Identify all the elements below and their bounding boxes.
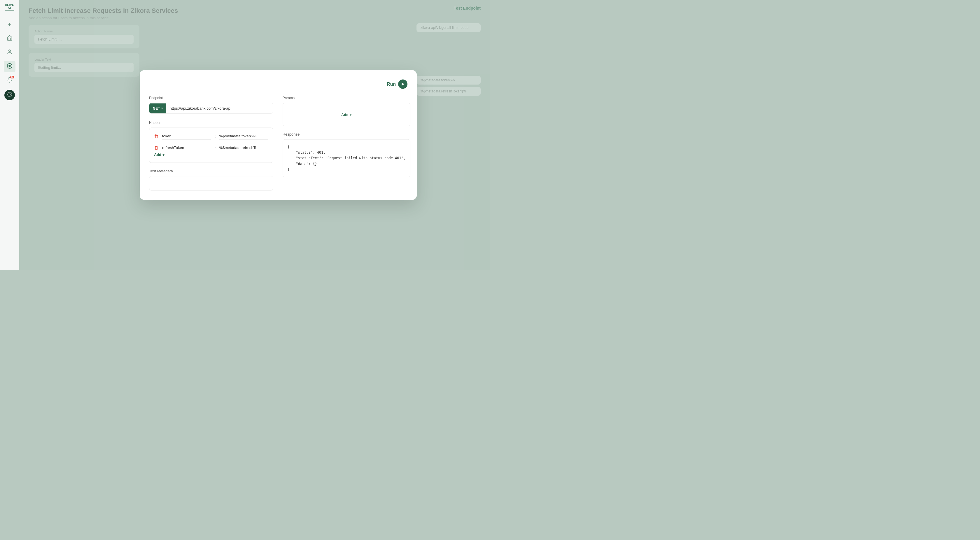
sidebar-settings-icon[interactable] <box>5 90 15 100</box>
response-label: Response <box>283 132 410 137</box>
method-label: GET <box>153 106 160 110</box>
test-metadata-label: Test Metadata <box>149 169 273 173</box>
logo-text: CLIVE <box>5 3 14 6</box>
sidebar-circle-icon[interactable] <box>4 60 16 72</box>
test-endpoint-modal: Run Endpoint GET ▾ Header <box>140 70 417 200</box>
svg-marker-4 <box>402 83 404 86</box>
logo-subtext: AI <box>8 6 11 10</box>
endpoint-label: Endpoint <box>149 96 273 100</box>
header-value-1-input[interactable] <box>220 133 268 140</box>
chevron-down-icon: ▾ <box>161 107 163 110</box>
svg-point-0 <box>8 49 11 52</box>
modal-right-column: Params Add + Response { "status": 401, "… <box>283 96 410 191</box>
header-key-2-input[interactable] <box>162 145 211 151</box>
delete-refresh-icon[interactable]: 🗑 <box>154 145 159 151</box>
endpoint-row: GET ▾ <box>149 103 273 114</box>
test-metadata-box[interactable] <box>149 176 273 191</box>
response-json: { "status": 401, "statusText": "Request … <box>288 145 406 172</box>
endpoint-url-input[interactable] <box>166 103 273 113</box>
header-value-2-input[interactable] <box>220 145 268 151</box>
plus-icon: + <box>8 22 11 28</box>
modal-header: Run <box>149 79 407 89</box>
home-icon <box>7 35 13 42</box>
sidebar-notification-icon[interactable]: 24 <box>4 75 16 86</box>
add-header-button[interactable]: Add + <box>154 151 164 158</box>
run-button[interactable]: Run <box>387 79 407 89</box>
header-section-label: Header <box>149 121 273 125</box>
run-label: Run <box>387 82 396 87</box>
modal-left-column: Endpoint GET ▾ Header 🗑 : 🗑 <box>149 96 273 191</box>
response-box: { "status": 401, "statusText": "Request … <box>283 140 410 177</box>
logo-line <box>5 10 14 11</box>
sidebar-home-icon[interactable] <box>4 33 16 44</box>
svg-point-2 <box>8 65 11 67</box>
svg-point-3 <box>9 94 10 95</box>
header-key-1-input[interactable] <box>162 133 211 140</box>
header-row-1: 🗑 : <box>154 133 268 140</box>
run-play-icon <box>398 79 407 89</box>
gear-icon <box>7 92 12 98</box>
delete-token-icon[interactable]: 🗑 <box>154 133 159 139</box>
modal-body: Endpoint GET ▾ Header 🗑 : 🗑 <box>149 96 407 191</box>
colon-2: : <box>215 146 216 150</box>
colon-1: : <box>215 134 216 138</box>
method-button[interactable]: GET ▾ <box>150 103 166 113</box>
sidebar-user-icon[interactable] <box>4 47 16 58</box>
header-section: 🗑 : 🗑 : Add + <box>149 128 273 163</box>
circle-dot-icon <box>6 63 13 71</box>
person-icon <box>7 49 13 56</box>
sidebar: CLIVE AI + <box>0 0 19 270</box>
params-box: Add + <box>283 103 410 126</box>
params-label: Params <box>283 96 410 100</box>
sidebar-add-icon[interactable]: + <box>4 19 16 30</box>
app-logo: CLIVE AI <box>3 3 17 11</box>
add-params-button[interactable]: Add + <box>341 111 352 118</box>
header-row-2: 🗑 : <box>154 145 268 151</box>
notification-badge: 24 <box>10 76 14 78</box>
